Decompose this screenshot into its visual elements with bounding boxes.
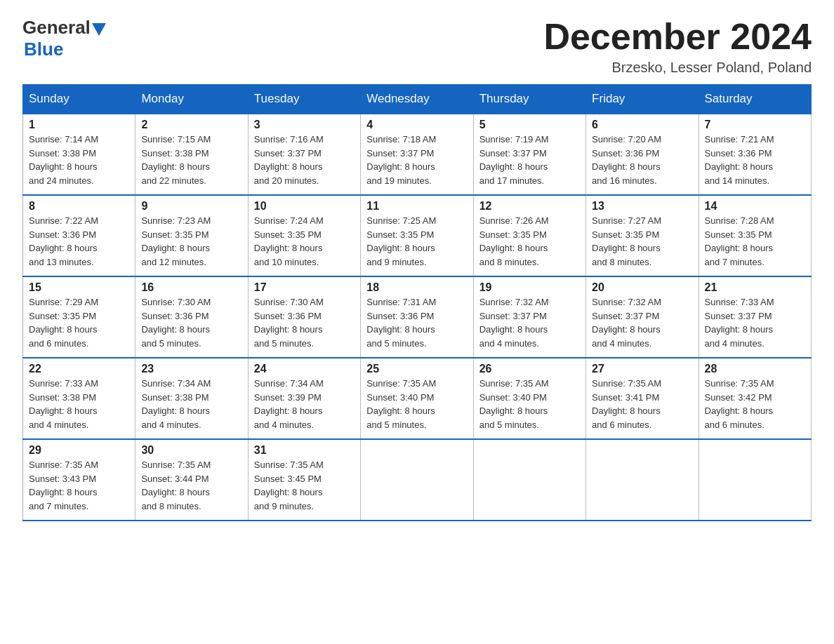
- calendar-day: 25Sunrise: 7:35 AMSunset: 3:40 PMDayligh…: [361, 358, 473, 439]
- day-number: 27: [592, 363, 692, 375]
- calendar-day: 11Sunrise: 7:25 AMSunset: 3:35 PMDayligh…: [361, 195, 473, 276]
- calendar-day: 22Sunrise: 7:33 AMSunset: 3:38 PMDayligh…: [23, 358, 135, 439]
- calendar-week-3: 15Sunrise: 7:29 AMSunset: 3:35 PMDayligh…: [23, 276, 812, 358]
- day-info: Sunrise: 7:31 AMSunset: 3:36 PMDaylight:…: [366, 295, 467, 350]
- day-number: 23: [141, 363, 241, 375]
- calendar-day: 6Sunrise: 7:20 AMSunset: 3:36 PMDaylight…: [586, 114, 699, 195]
- day-info: Sunrise: 7:19 AMSunset: 3:37 PMDaylight:…: [479, 133, 580, 187]
- day-number: 25: [366, 363, 467, 375]
- day-number: 17: [254, 281, 355, 294]
- month-title: December 2024: [543, 17, 812, 57]
- calendar-week-4: 22Sunrise: 7:33 AMSunset: 3:38 PMDayligh…: [23, 358, 812, 439]
- day-number: 18: [366, 281, 467, 294]
- day-number: 24: [254, 363, 355, 375]
- day-number: 16: [141, 281, 241, 294]
- day-number: 21: [705, 281, 805, 294]
- calendar-day: 13Sunrise: 7:27 AMSunset: 3:35 PMDayligh…: [586, 195, 699, 276]
- day-number: 7: [705, 119, 805, 131]
- day-number: 5: [479, 119, 580, 131]
- logo-triangle-icon: [92, 23, 106, 36]
- calendar-day: 8Sunrise: 7:22 AMSunset: 3:36 PMDaylight…: [23, 195, 135, 276]
- logo-general-text: General: [22, 17, 91, 39]
- calendar-day: [473, 439, 585, 521]
- day-number: 13: [592, 200, 692, 213]
- calendar-body: 1Sunrise: 7:14 AMSunset: 3:38 PMDaylight…: [23, 114, 812, 521]
- day-number: 29: [29, 444, 129, 457]
- calendar-table: SundayMondayTuesdayWednesdayThursdayFrid…: [22, 84, 812, 521]
- calendar-day: 18Sunrise: 7:31 AMSunset: 3:36 PMDayligh…: [361, 276, 473, 358]
- day-number: 26: [479, 363, 580, 375]
- day-info: Sunrise: 7:35 AMSunset: 3:41 PMDaylight:…: [592, 377, 692, 431]
- day-number: 8: [29, 200, 129, 213]
- calendar-day: 26Sunrise: 7:35 AMSunset: 3:40 PMDayligh…: [473, 358, 585, 439]
- calendar-day: 10Sunrise: 7:24 AMSunset: 3:35 PMDayligh…: [248, 195, 360, 276]
- calendar-day: 2Sunrise: 7:15 AMSunset: 3:38 PMDaylight…: [135, 114, 248, 195]
- day-info: Sunrise: 7:32 AMSunset: 3:37 PMDaylight:…: [592, 295, 692, 350]
- day-number: 19: [479, 281, 580, 294]
- calendar-day: [361, 439, 473, 521]
- day-info: Sunrise: 7:35 AMSunset: 3:40 PMDaylight:…: [479, 377, 580, 431]
- calendar-day: 19Sunrise: 7:32 AMSunset: 3:37 PMDayligh…: [473, 276, 585, 358]
- day-number: 11: [366, 200, 467, 213]
- calendar-day: 23Sunrise: 7:34 AMSunset: 3:38 PMDayligh…: [135, 358, 248, 439]
- day-info: Sunrise: 7:34 AMSunset: 3:39 PMDaylight:…: [254, 377, 355, 431]
- header-wednesday: Wednesday: [361, 85, 473, 114]
- header-thursday: Thursday: [473, 85, 585, 114]
- day-number: 2: [141, 119, 241, 131]
- calendar-day: 4Sunrise: 7:18 AMSunset: 3:37 PMDaylight…: [361, 114, 473, 195]
- day-info: Sunrise: 7:35 AMSunset: 3:40 PMDaylight:…: [366, 377, 467, 431]
- day-number: 20: [592, 281, 692, 294]
- day-info: Sunrise: 7:33 AMSunset: 3:38 PMDaylight:…: [29, 377, 129, 431]
- calendar-day: 24Sunrise: 7:34 AMSunset: 3:39 PMDayligh…: [248, 358, 360, 439]
- day-info: Sunrise: 7:28 AMSunset: 3:35 PMDaylight:…: [705, 214, 805, 269]
- calendar-week-5: 29Sunrise: 7:35 AMSunset: 3:43 PMDayligh…: [23, 439, 812, 521]
- day-number: 28: [705, 363, 805, 375]
- calendar-day: 30Sunrise: 7:35 AMSunset: 3:44 PMDayligh…: [135, 439, 248, 521]
- day-number: 6: [592, 119, 692, 131]
- header-monday: Monday: [135, 85, 248, 114]
- calendar-day: 27Sunrise: 7:35 AMSunset: 3:41 PMDayligh…: [586, 358, 699, 439]
- location: Brzesko, Lesser Poland, Poland: [543, 60, 812, 76]
- day-number: 14: [705, 200, 805, 213]
- calendar-week-2: 8Sunrise: 7:22 AMSunset: 3:36 PMDaylight…: [23, 195, 812, 276]
- calendar-day: 3Sunrise: 7:16 AMSunset: 3:37 PMDaylight…: [248, 114, 360, 195]
- day-number: 31: [254, 444, 355, 457]
- day-info: Sunrise: 7:34 AMSunset: 3:38 PMDaylight:…: [141, 377, 241, 431]
- day-number: 4: [366, 119, 467, 131]
- day-info: Sunrise: 7:30 AMSunset: 3:36 PMDaylight:…: [141, 295, 241, 350]
- calendar-day: 9Sunrise: 7:23 AMSunset: 3:35 PMDaylight…: [135, 195, 248, 276]
- day-info: Sunrise: 7:22 AMSunset: 3:36 PMDaylight:…: [29, 214, 129, 269]
- calendar-header: SundayMondayTuesdayWednesdayThursdayFrid…: [23, 85, 812, 114]
- calendar-day: 28Sunrise: 7:35 AMSunset: 3:42 PMDayligh…: [699, 358, 811, 439]
- day-number: 15: [29, 281, 129, 294]
- day-number: 10: [254, 200, 355, 213]
- day-info: Sunrise: 7:26 AMSunset: 3:35 PMDaylight:…: [479, 214, 580, 269]
- day-info: Sunrise: 7:32 AMSunset: 3:37 PMDaylight:…: [479, 295, 580, 350]
- day-info: Sunrise: 7:35 AMSunset: 3:42 PMDaylight:…: [705, 377, 805, 431]
- day-info: Sunrise: 7:21 AMSunset: 3:36 PMDaylight:…: [705, 133, 805, 187]
- calendar-day: 5Sunrise: 7:19 AMSunset: 3:37 PMDaylight…: [473, 114, 585, 195]
- header-saturday: Saturday: [699, 85, 811, 114]
- day-info: Sunrise: 7:16 AMSunset: 3:37 PMDaylight:…: [254, 133, 355, 187]
- day-info: Sunrise: 7:23 AMSunset: 3:35 PMDaylight:…: [141, 214, 241, 269]
- calendar-day: 21Sunrise: 7:33 AMSunset: 3:37 PMDayligh…: [699, 276, 811, 358]
- day-info: Sunrise: 7:25 AMSunset: 3:35 PMDaylight:…: [366, 214, 467, 269]
- day-number: 22: [29, 363, 129, 375]
- day-number: 30: [141, 444, 241, 457]
- day-info: Sunrise: 7:33 AMSunset: 3:37 PMDaylight:…: [705, 295, 805, 350]
- day-number: 1: [29, 119, 129, 131]
- calendar-day: 16Sunrise: 7:30 AMSunset: 3:36 PMDayligh…: [135, 276, 248, 358]
- logo-blue-text: Blue: [24, 39, 63, 60]
- calendar-day: 20Sunrise: 7:32 AMSunset: 3:37 PMDayligh…: [586, 276, 699, 358]
- day-info: Sunrise: 7:24 AMSunset: 3:35 PMDaylight:…: [254, 214, 355, 269]
- calendar-day: 17Sunrise: 7:30 AMSunset: 3:36 PMDayligh…: [248, 276, 360, 358]
- day-info: Sunrise: 7:35 AMSunset: 3:44 PMDaylight:…: [141, 458, 241, 513]
- day-info: Sunrise: 7:35 AMSunset: 3:45 PMDaylight:…: [254, 458, 355, 513]
- calendar-day: [586, 439, 699, 521]
- day-info: Sunrise: 7:30 AMSunset: 3:36 PMDaylight:…: [254, 295, 355, 350]
- day-info: Sunrise: 7:14 AMSunset: 3:38 PMDaylight:…: [29, 133, 129, 187]
- calendar-day: 29Sunrise: 7:35 AMSunset: 3:43 PMDayligh…: [23, 439, 135, 521]
- calendar-day: 1Sunrise: 7:14 AMSunset: 3:38 PMDaylight…: [23, 114, 135, 195]
- calendar-day: 15Sunrise: 7:29 AMSunset: 3:35 PMDayligh…: [23, 276, 135, 358]
- day-info: Sunrise: 7:15 AMSunset: 3:38 PMDaylight:…: [141, 133, 241, 187]
